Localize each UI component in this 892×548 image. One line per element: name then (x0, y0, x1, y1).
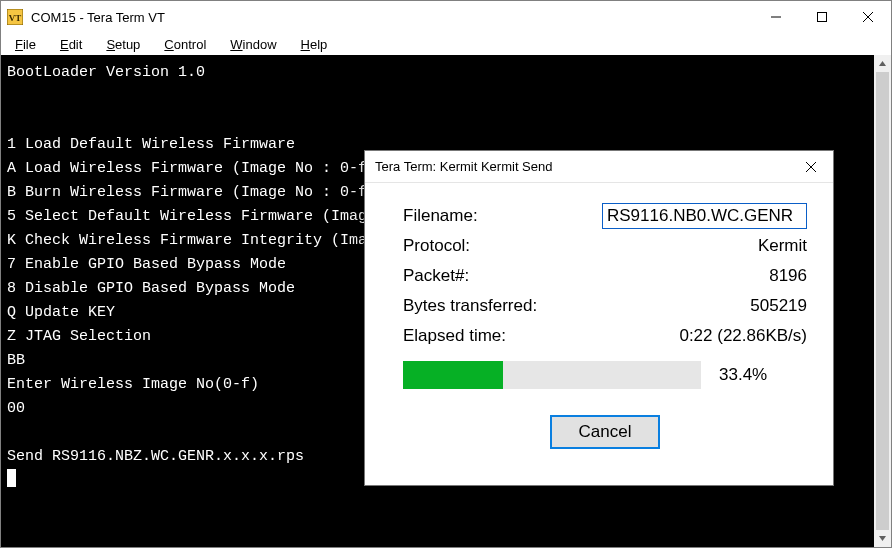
terminal-line: BootLoader Version 1.0 (7, 61, 868, 85)
minimize-button[interactable] (753, 1, 799, 33)
packet-label: Packet#: (403, 266, 469, 286)
svg-marker-6 (879, 61, 886, 66)
filename-field[interactable] (602, 203, 807, 229)
scroll-up-button[interactable] (874, 55, 891, 72)
maximize-button[interactable] (799, 1, 845, 33)
menu-edit[interactable]: Edit (50, 35, 92, 54)
menu-file[interactable]: File (5, 35, 46, 54)
filename-label: Filename: (403, 206, 478, 226)
progress-percent: 33.4% (719, 365, 767, 385)
bytes-label: Bytes transferred: (403, 296, 537, 316)
elapsed-label: Elapsed time: (403, 326, 506, 346)
close-button[interactable] (845, 1, 891, 33)
dialog-title: Tera Term: Kermit Kermit Send (375, 159, 552, 174)
dialog-body: Filename: Protocol: Kermit Packet#: 8196… (365, 183, 833, 485)
scroll-thumb[interactable] (876, 72, 889, 530)
scroll-down-button[interactable] (874, 530, 891, 547)
progress-fill (403, 361, 503, 389)
terminal-line (7, 85, 868, 109)
kermit-send-dialog: Tera Term: Kermit Kermit Send Filename: … (364, 150, 834, 486)
vertical-scrollbar[interactable] (874, 55, 891, 547)
svg-text:VT: VT (9, 13, 22, 23)
dialog-close-button[interactable] (789, 151, 833, 183)
bytes-value: 505219 (750, 296, 807, 316)
svg-marker-7 (879, 536, 886, 541)
protocol-label: Protocol: (403, 236, 470, 256)
elapsed-value: 0:22 (22.86KB/s) (679, 326, 807, 346)
window-title: COM15 - Tera Term VT (31, 10, 165, 25)
svg-rect-3 (818, 13, 827, 22)
menu-control[interactable]: Control (154, 35, 216, 54)
cancel-button[interactable]: Cancel (550, 415, 660, 449)
menubar: File Edit Setup Control Window Help (1, 33, 891, 55)
app-icon: VT (7, 9, 23, 25)
progress-bar (403, 361, 701, 389)
dialog-titlebar: Tera Term: Kermit Kermit Send (365, 151, 833, 183)
menu-window[interactable]: Window (220, 35, 286, 54)
terminal-line (7, 109, 868, 133)
packet-value: 8196 (769, 266, 807, 286)
menu-help[interactable]: Help (291, 35, 338, 54)
protocol-value: Kermit (758, 236, 807, 256)
window-controls (753, 1, 891, 33)
titlebar: VT COM15 - Tera Term VT (1, 1, 891, 33)
menu-setup[interactable]: Setup (96, 35, 150, 54)
scroll-track[interactable] (874, 72, 891, 530)
